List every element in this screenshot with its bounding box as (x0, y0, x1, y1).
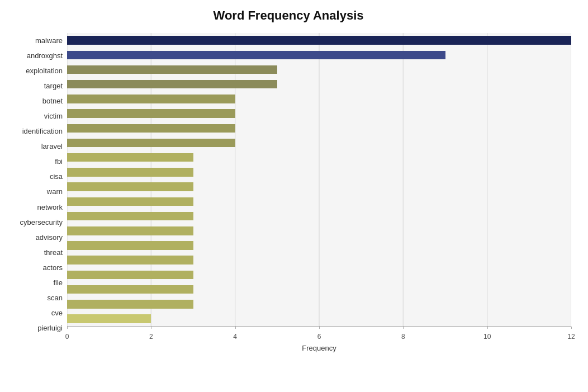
bar (67, 139, 235, 148)
y-label: advisory (36, 230, 63, 245)
bar (67, 80, 277, 89)
y-label: botnet (42, 93, 63, 108)
chart-container: Word Frequency Analysis malwareandroxghs… (0, 0, 588, 392)
y-label: cybersecurity (20, 215, 63, 230)
x-axis: 024681012 (67, 326, 571, 342)
bar-row (67, 224, 571, 238)
x-axis-label: Frequency (67, 344, 571, 352)
x-tick: 2 (149, 333, 153, 341)
bar-row (67, 48, 571, 62)
bar-row (67, 150, 571, 165)
bar (67, 182, 193, 191)
bar (67, 300, 193, 309)
bar-row (67, 77, 571, 92)
bar-row (67, 311, 571, 326)
y-label: identification (22, 124, 63, 139)
x-tick: 12 (567, 333, 575, 341)
y-label: malware (35, 33, 63, 48)
bar (67, 65, 277, 74)
bar (67, 241, 193, 250)
bar (67, 109, 235, 118)
bar (67, 226, 193, 235)
y-label: scan (48, 290, 63, 305)
y-label: threat (44, 245, 63, 260)
x-tick: 6 (317, 333, 321, 341)
bar-row (67, 62, 571, 77)
chart-title: Word Frequency Analysis (6, 8, 571, 23)
bar (67, 95, 235, 103)
bar (67, 271, 193, 280)
bar-row (67, 33, 571, 48)
bar (67, 197, 193, 206)
plot-area (67, 33, 571, 326)
bar-row (67, 238, 571, 253)
bar (67, 153, 193, 162)
bar-row (67, 253, 571, 267)
y-label: exploitation (26, 63, 63, 78)
bar-row (67, 267, 571, 282)
bar (67, 168, 193, 177)
bar-row (67, 92, 571, 106)
y-label: actors (43, 260, 63, 275)
y-label: cisa (50, 169, 63, 184)
bar-row (67, 297, 571, 311)
bar (67, 212, 193, 221)
y-label: victim (44, 108, 63, 124)
y-label: target (44, 78, 63, 93)
bar-row (67, 209, 571, 223)
y-axis-labels: malwareandroxghstexploitationtargetbotne… (6, 33, 67, 352)
y-label: laravel (41, 139, 63, 154)
bar-row (67, 194, 571, 209)
y-label: fbi (55, 154, 63, 169)
bar-row (67, 165, 571, 180)
x-tick: 8 (401, 333, 405, 341)
y-label: androxghst (27, 48, 63, 63)
x-tick: 10 (483, 333, 491, 341)
y-label: pierluigi (37, 320, 63, 336)
bar-row (67, 282, 571, 296)
bar-row (67, 121, 571, 135)
bar-row (67, 135, 571, 150)
bar (67, 51, 445, 60)
x-tick: 0 (65, 333, 69, 341)
y-label: network (37, 200, 63, 215)
bar-row (67, 180, 571, 194)
bar (67, 314, 151, 323)
bar (67, 256, 193, 265)
bar (67, 124, 235, 133)
x-tick: 4 (233, 333, 237, 341)
bar (67, 36, 571, 45)
bars-container (67, 33, 571, 326)
bar-row (67, 106, 571, 121)
y-label: cve (51, 305, 63, 320)
y-label: file (53, 275, 63, 290)
y-label: warn (47, 184, 63, 199)
bar (67, 285, 193, 294)
